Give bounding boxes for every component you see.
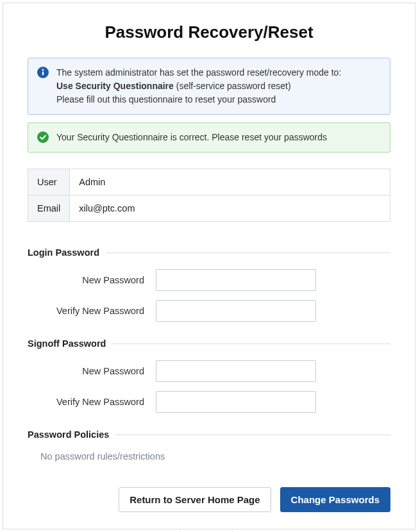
success-alert: Your Security Questionnaire is correct. … [28, 122, 390, 153]
login-verify-row: Verify New Password [28, 300, 390, 322]
button-row: Return to Server Home Page Change Passwo… [28, 487, 390, 512]
user-label-cell: User [28, 169, 70, 195]
signoff-legend-text: Signoff Password [28, 338, 106, 349]
email-value-cell: xilu@ptc.com [70, 195, 390, 222]
email-label-cell: Email [28, 195, 70, 222]
table-row: Email xilu@ptc.com [28, 195, 390, 222]
policies-legend: Password Policies [28, 429, 390, 440]
user-value-cell: Admin [70, 169, 390, 195]
divider [112, 344, 390, 344]
login-new-label: New Password [28, 275, 156, 285]
info-line3: Please fill out this questionnaire to re… [56, 93, 341, 106]
divider [106, 253, 390, 253]
signoff-password-section: Signoff Password New Password Verify New… [28, 338, 390, 413]
change-passwords-button[interactable]: Change Passwords [280, 487, 390, 512]
main-container: Password Recovery/Reset The system admin… [3, 3, 415, 529]
info-line2: Use Security Questionnaire (self-service… [56, 79, 341, 93]
login-new-password-input[interactable] [156, 269, 316, 291]
info-after-bold: (self-service password reset) [174, 81, 291, 91]
login-password-section: Login Password New Password Verify New P… [28, 247, 390, 322]
success-icon [37, 131, 49, 143]
login-verify-label: Verify New Password [28, 306, 156, 316]
signoff-new-label: New Password [28, 366, 156, 376]
info-icon [37, 67, 49, 78]
svg-point-3 [37, 131, 49, 143]
login-legend: Login Password [28, 247, 390, 258]
info-line1: The system administrator has set the pas… [56, 66, 341, 79]
info-alert: The system administrator has set the pas… [28, 58, 390, 115]
signoff-new-password-input[interactable] [156, 360, 316, 382]
svg-point-1 [42, 69, 44, 71]
policies-legend-text: Password Policies [28, 429, 109, 440]
signoff-verify-row: Verify New Password [28, 391, 390, 413]
return-home-button[interactable]: Return to Server Home Page [119, 487, 271, 512]
info-bold: Use Security Questionnaire [56, 81, 174, 91]
login-legend-text: Login Password [28, 247, 99, 258]
divider [115, 435, 390, 435]
page-title: Password Recovery/Reset [28, 22, 390, 42]
signoff-new-row: New Password [28, 360, 390, 382]
login-new-row: New Password [28, 269, 390, 291]
success-alert-body: Your Security Questionnaire is correct. … [56, 131, 327, 144]
password-policies-section: Password Policies No password rules/rest… [28, 429, 390, 461]
signoff-verify-label: Verify New Password [28, 397, 156, 407]
login-verify-password-input[interactable] [156, 300, 316, 322]
svg-rect-2 [42, 72, 44, 76]
signoff-legend: Signoff Password [28, 338, 390, 349]
user-info-table: User Admin Email xilu@ptc.com [28, 169, 390, 222]
policies-text: No password rules/restrictions [40, 451, 390, 461]
info-alert-body: The system administrator has set the pas… [56, 66, 341, 106]
table-row: User Admin [28, 169, 390, 195]
signoff-verify-password-input[interactable] [156, 391, 316, 413]
